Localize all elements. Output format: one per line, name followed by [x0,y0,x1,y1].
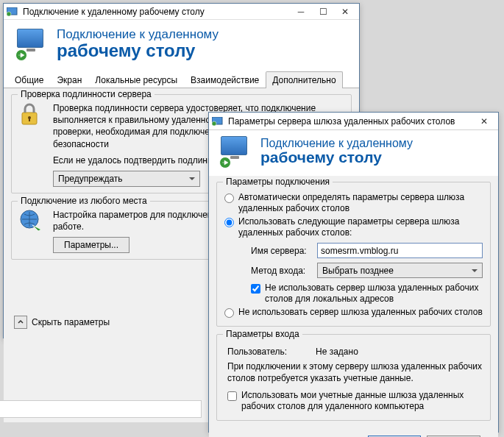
padlock-icon [19,102,46,128]
close-button[interactable]: ✕ [473,114,495,129]
banner-line2: рабочему столу [260,149,413,166]
group-legend: Параметры подключения [223,177,333,187]
dialog-content: Параметры подключения Автоматически опре… [209,176,498,437]
group-legend: Проверка подлинности сервера [18,89,155,99]
credentials-note: При подключении к этому серверу шлюза уд… [227,361,483,384]
user-label: Пользователь: [227,347,316,357]
group-logon-params: Параметры входа Пользователь: Не задано … [216,334,491,421]
rdp-icon [7,7,18,16]
radio-auto-detect[interactable] [224,193,234,203]
globe-arrow-icon [19,209,46,235]
radio-no-gateway-label: Не использовать сервер шлюза удаленных р… [238,307,483,318]
svg-rect-4 [29,118,30,121]
rdp-icon [212,117,224,126]
gateway-settings-dialog: Параметры сервера шлюза удаленных рабочи… [208,112,499,433]
rdp-banner-icon [221,136,252,167]
tab-bar: Общие Экран Локальные ресурсы Взаимодейс… [4,71,359,88]
group-legend: Параметры входа [223,329,302,339]
titlebar[interactable]: Параметры сервера шлюза удаленных рабочи… [209,113,498,130]
logon-method-label: Метод входа: [251,266,317,276]
hide-options-toggle[interactable]: Скрыть параметры [5,311,118,333]
server-name-input[interactable] [317,243,483,258]
tab-general[interactable]: Общие [8,71,50,88]
titlebar[interactable]: Подключение к удаленному рабочему столу … [4,4,359,20]
banner-line2: рабочему столу [57,40,219,61]
radio-no-gateway[interactable] [224,308,234,318]
tab-local-resources[interactable]: Локальные ресурсы [88,71,184,88]
minimize-button[interactable]: ─ [290,4,312,19]
dialog-title: Параметры сервера шлюза удаленных рабочи… [228,116,473,127]
checkbox-bypass-local-label: Не использовать сервер шлюза удаленных р… [265,283,483,305]
group-connection-params: Параметры подключения Автоматически опре… [216,182,491,327]
tab-advanced[interactable]: Дополнительно [266,71,342,88]
logon-method-select[interactable]: Выбрать позднее [317,263,483,278]
radio-auto-detect-label: Автоматически определять параметры серве… [238,192,483,214]
svg-point-1 [7,12,11,16]
rdp-banner-icon [17,29,48,60]
checkbox-share-creds[interactable] [227,391,237,401]
svg-point-7 [212,121,216,126]
gateway-settings-button[interactable]: Параметры... [53,237,129,253]
radio-use-settings-label: Использовать следующие параметры сервера… [238,216,483,238]
chevron-up-icon [14,316,27,329]
group-legend: Подключение из любого места [18,196,150,206]
checkbox-bypass-local[interactable] [251,284,260,294]
tab-experience[interactable]: Взаимодействие [184,71,266,88]
banner: Подключение к удаленному рабочему столу [4,20,359,71]
radio-use-settings[interactable] [224,218,234,227]
close-button[interactable]: ✕ [334,4,356,19]
maximize-button[interactable]: ☐ [312,4,334,19]
auth-action-combo[interactable]: Предупреждать [53,171,200,187]
checkbox-share-creds-label: Использовать мои учетные данные шлюза уд… [241,390,483,412]
background-panel [0,400,202,418]
server-name-label: Имя сервера: [251,246,317,256]
banner-line1: Подключение к удаленному [57,27,219,42]
window-title: Подключение к удаленному рабочему столу [23,7,290,17]
user-value: Не задано [316,347,358,357]
banner: Подключение к удаленному рабочему столу [209,130,498,176]
tab-display[interactable]: Экран [50,71,88,88]
